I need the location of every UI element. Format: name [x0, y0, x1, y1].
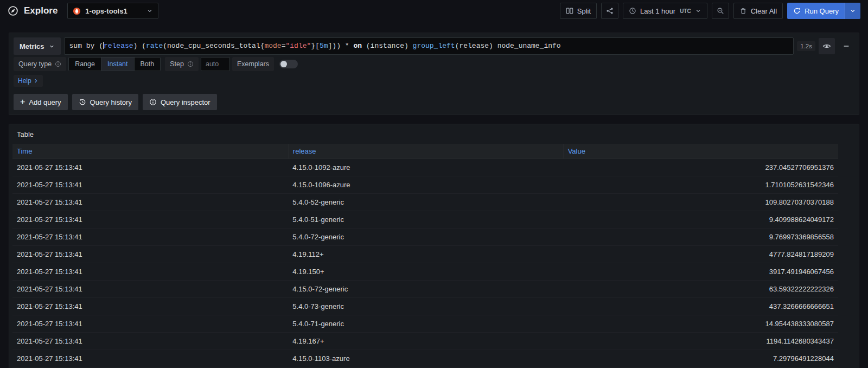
help-link[interactable]: Help [14, 75, 43, 87]
chevron-down-icon [146, 8, 153, 14]
step-input[interactable] [201, 57, 230, 71]
query-token: ( [142, 42, 146, 50]
query-type-option-both[interactable]: Both [134, 58, 161, 71]
datasource-picker[interactable]: 1-ops-tools1 [67, 3, 158, 19]
column-header-value[interactable]: Value [563, 144, 838, 159]
run-query-button[interactable]: Run Query [787, 3, 860, 19]
query-token: * [345, 42, 354, 50]
eye-icon [822, 42, 831, 50]
value-cell: 237.04527706951376 [563, 159, 838, 176]
table-row: 2021-05-27 15:13:415.4.0-71-generic14.95… [12, 315, 838, 333]
query-token: [ [315, 42, 320, 50]
value-cell: 4777.824817189209 [563, 246, 838, 263]
table-wrap: TimereleaseValue 2021-05-27 15:13:414.15… [12, 144, 838, 367]
run-query-dropdown[interactable] [845, 3, 860, 19]
time-cell: 2021-05-27 15:13:41 [12, 229, 288, 246]
topbar-left: Explore 1-ops-tools1 [8, 3, 158, 19]
value-cell: 437.3266666666651 [563, 298, 838, 315]
exemplars-toggle[interactable] [279, 60, 298, 68]
table-row: 2021-05-27 15:13:415.4.0-52-generic109.8… [12, 194, 838, 211]
clear-all-button[interactable]: Clear All [733, 3, 783, 19]
table-row: 2021-05-27 15:13:414.15.0-1092-azure237.… [12, 159, 838, 176]
query-editor-panel: Metrics sum by (release) (rate(node_cpu_… [9, 33, 859, 115]
value-cell: 9.409988624049172 [563, 211, 838, 229]
value-cell: 9.769973369856558 [563, 229, 838, 246]
trash-icon [739, 7, 747, 15]
chevron-down-icon [695, 8, 701, 14]
time-cell: 2021-05-27 15:13:41 [12, 159, 288, 176]
time-cell: 2021-05-27 15:13:41 [12, 333, 288, 350]
time-cell: 2021-05-27 15:13:41 [12, 194, 288, 211]
time-cell: 2021-05-27 15:13:41 [12, 176, 288, 194]
query-token: rate [146, 42, 163, 50]
query-inspector-label: Query inspector [161, 98, 210, 106]
table-panel: Table TimereleaseValue 2021-05-27 15:13:… [9, 124, 859, 368]
query-inspector-button[interactable]: Query inspector [143, 94, 217, 110]
release-cell: 4.15.0-1096-azure [288, 176, 563, 194]
column-header-time[interactable]: Time [12, 144, 288, 159]
topbar-right: Split Last 1 hour UTC [560, 3, 860, 19]
time-range-label: Last 1 hour [640, 7, 675, 15]
query-type-group: RangeInstantBoth [68, 57, 161, 71]
split-label: Split [577, 7, 591, 15]
topbar: Explore 1-ops-tools1 Spl [0, 0, 868, 22]
minus-icon [843, 42, 850, 50]
metrics-dropdown[interactable]: Metrics [14, 37, 61, 55]
release-cell: 5.4.0-72-generic [288, 229, 563, 246]
release-cell: 5.4.0-51-generic [288, 211, 563, 229]
query-options-row: Query type RangeInstantBoth Step Exempla… [14, 57, 854, 71]
time-cell: 2021-05-27 15:13:41 [12, 263, 288, 281]
query-token: (instance) [366, 42, 413, 50]
table-row: 2021-05-27 15:13:414.19.150+3917.4919460… [12, 263, 838, 281]
query-token: on [353, 42, 366, 50]
query-token: sum by [69, 42, 99, 50]
collapse-query-button[interactable] [838, 38, 854, 54]
query-type-option-instant[interactable]: Instant [101, 58, 134, 71]
clock-icon [629, 7, 636, 15]
info-circle-icon [149, 98, 157, 106]
run-query-label: Run Query [805, 7, 839, 15]
help-label: Help [18, 77, 31, 85]
table-row: 2021-05-27 15:13:415.4.0-51-generic9.409… [12, 211, 838, 229]
results-table: TimereleaseValue 2021-05-27 15:13:414.15… [12, 144, 838, 367]
release-cell: 4.15.0-1103-azure [288, 350, 563, 367]
value-cell: 1.7101052631542346 [563, 176, 838, 194]
time-cell: 2021-05-27 15:13:41 [12, 298, 288, 315]
toggle-knob [280, 61, 287, 67]
query-token: node_uname_info [497, 42, 561, 50]
history-icon [79, 98, 86, 106]
info-icon [55, 61, 61, 67]
query-type-option-range[interactable]: Range [69, 58, 101, 71]
query-history-button[interactable]: Query history [72, 94, 138, 110]
step-chip: Step [165, 57, 199, 71]
value-cell: 63.59322222222326 [563, 281, 838, 298]
value-cell: 7.29796491228044 [563, 350, 838, 367]
time-range-picker[interactable]: Last 1 hour UTC [623, 3, 707, 19]
query-token: 5m [320, 42, 328, 50]
info-icon [187, 61, 194, 67]
panel-title: Table [9, 124, 859, 144]
add-query-button[interactable]: + Add query [14, 94, 68, 110]
release-cell: 5.4.0-73-generic [288, 298, 563, 315]
zoom-out-button[interactable] [712, 3, 729, 19]
query-type-label: Query type [18, 60, 52, 68]
query-token: } [311, 42, 315, 50]
timezone-label: UTC [680, 8, 691, 14]
query-token: release [104, 42, 133, 50]
value-cell: 14.954438333080587 [563, 315, 838, 333]
preview-toggle-button[interactable] [819, 38, 835, 54]
datasource-name: 1-ops-tools1 [85, 7, 142, 15]
share-button[interactable] [601, 3, 618, 19]
query-token: ( [163, 42, 167, 50]
value-cell: 109.80270370370188 [563, 194, 838, 211]
query-token: node_cpu_seconds_total [167, 42, 260, 50]
table-row: 2021-05-27 15:13:415.4.0-73-generic437.3… [12, 298, 838, 315]
query-history-label: Query history [90, 98, 132, 106]
search-minus-icon [717, 7, 724, 15]
explore-compass-icon [8, 5, 18, 16]
split-button[interactable]: Split [560, 3, 597, 19]
column-header-release[interactable]: release [288, 144, 563, 159]
exemplars-chip: Exemplars [232, 57, 274, 71]
query-input[interactable]: sum by (release) (rate(node_cpu_seconds_… [64, 37, 794, 55]
time-cell: 2021-05-27 15:13:41 [12, 246, 288, 263]
